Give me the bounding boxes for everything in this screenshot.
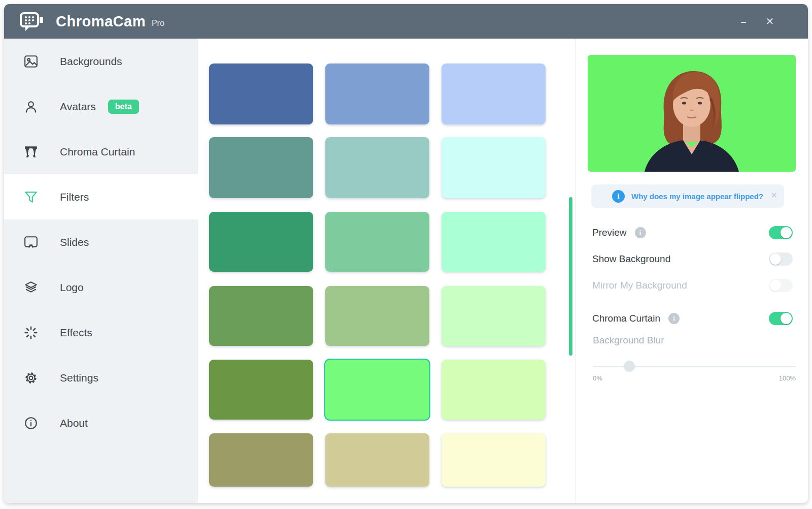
slides-icon (23, 235, 39, 250)
sidebar-item-backgrounds[interactable]: Backgrounds (4, 39, 198, 84)
setting-row-chroma-curtain: Chroma Curtaini (592, 308, 796, 329)
filter-swatch[interactable] (325, 286, 429, 346)
background-blur-label: Background Blur (593, 335, 664, 346)
setting-label: Mirror My Background (592, 280, 687, 291)
close-button[interactable]: ✕ (763, 16, 776, 26)
sidebar-item-label: Settings (60, 372, 98, 384)
sidebar-item-label: Filters (60, 191, 89, 203)
sidebar-item-label: Avatars (60, 101, 96, 113)
filter-swatch[interactable] (325, 137, 429, 198)
filter-swatch[interactable] (442, 360, 546, 420)
sidebar-item-about[interactable]: About (4, 400, 198, 446)
toggle-knob (770, 253, 781, 265)
chroma-curtain-toggle[interactable] (769, 312, 793, 325)
person-icon (23, 99, 39, 114)
filter-swatch[interactable] (442, 286, 546, 346)
camera-preview (588, 55, 796, 172)
image-icon (23, 54, 39, 69)
flipped-info-text: Why does my image appear flipped? (631, 192, 763, 201)
background-blur-slider[interactable] (593, 366, 796, 367)
app-title: ChromaCam (56, 13, 146, 30)
filter-swatch[interactable] (325, 212, 429, 272)
sidebar-item-label: Effects (60, 327, 92, 339)
filter-swatch-grid (198, 39, 576, 503)
slider-min-label: 0% (593, 374, 602, 382)
sidebar-item-label: Logo (60, 281, 84, 294)
mirror-my-background-toggle[interactable] (769, 279, 793, 292)
toggle-knob (770, 280, 781, 291)
beta-badge: beta (108, 100, 139, 114)
info-icon[interactable]: i (668, 313, 680, 324)
sidebar-item-label: Chroma Curtain (60, 146, 135, 158)
filter-swatch[interactable] (209, 137, 313, 198)
filter-swatch[interactable] (442, 63, 546, 124)
filter-swatch[interactable] (209, 212, 313, 272)
sidebar-item-label: Backgrounds (60, 55, 122, 68)
filter-swatch[interactable] (209, 360, 313, 420)
filter-swatch[interactable] (442, 212, 546, 272)
filter-swatch[interactable] (442, 433, 546, 487)
flipped-info-banner[interactable]: i Why does my image appear flipped? ✕ (591, 184, 784, 208)
filter-swatch[interactable] (325, 433, 429, 487)
layers-icon (23, 280, 39, 295)
slider-scale: 0% 100% (593, 374, 796, 382)
grid-scrollbar[interactable] (569, 197, 572, 356)
sidebar-item-chroma-curtain[interactable]: Chroma Curtain (4, 129, 198, 174)
filter-swatch[interactable] (209, 433, 313, 487)
effects-icon (23, 325, 39, 340)
setting-label: Show Background (592, 253, 670, 265)
funnel-icon (23, 189, 39, 205)
toggle-knob (781, 313, 792, 324)
titlebar: ChromaCam Pro – ✕ (4, 4, 808, 39)
sidebar-item-effects[interactable]: Effects (4, 310, 198, 355)
filter-swatch[interactable] (325, 63, 429, 124)
sidebar: BackgroundsAvatarsbetaChroma CurtainFilt… (4, 39, 198, 503)
slider-handle[interactable] (624, 361, 635, 372)
setting-row-preview: Previewi (592, 222, 796, 243)
app-title-pro: Pro (152, 19, 164, 28)
setting-row-mirror-my-background: Mirror My Background (592, 275, 796, 296)
filter-swatch[interactable] (209, 63, 313, 124)
show-background-toggle[interactable] (769, 252, 793, 266)
sidebar-item-slides[interactable]: Slides (4, 219, 198, 265)
info-icon (23, 416, 39, 431)
sidebar-item-logo[interactable]: Logo (4, 265, 198, 310)
gear-icon (23, 370, 39, 386)
curtain-icon (23, 144, 39, 160)
filter-swatch[interactable] (209, 286, 313, 346)
filter-swatch-selected[interactable] (325, 360, 429, 420)
slider-max-label: 100% (779, 374, 796, 382)
sidebar-item-label: About (60, 417, 88, 429)
chroma-preview-image (588, 55, 796, 172)
toggle-knob (781, 227, 792, 238)
setting-row-show-background: Show Background (592, 249, 796, 269)
info-icon: i (612, 190, 625, 203)
setting-label: Chroma Curtain (592, 313, 660, 324)
chromacam-logo-icon (19, 10, 46, 33)
preview-toggle[interactable] (769, 226, 793, 239)
setting-label: Preview (592, 227, 627, 238)
filter-swatch[interactable] (442, 137, 546, 198)
desktop: ChromaCam Pro – ✕ BackgroundsAvatarsbeta… (0, 0, 812, 509)
window-controls: – ✕ (737, 16, 808, 26)
banner-close-icon[interactable]: ✕ (771, 190, 777, 200)
sidebar-item-filters[interactable]: Filters (4, 174, 198, 219)
preview-panel: i Why does my image appear flipped? ✕ Pr… (576, 39, 808, 503)
info-icon[interactable]: i (635, 227, 646, 238)
sidebar-item-avatars[interactable]: Avatarsbeta (4, 84, 198, 129)
sidebar-item-label: Slides (60, 236, 89, 248)
chromacam-window: ChromaCam Pro – ✕ BackgroundsAvatarsbeta… (4, 4, 808, 503)
sidebar-item-settings[interactable]: Settings (4, 355, 198, 400)
minimize-button[interactable]: – (737, 16, 750, 26)
